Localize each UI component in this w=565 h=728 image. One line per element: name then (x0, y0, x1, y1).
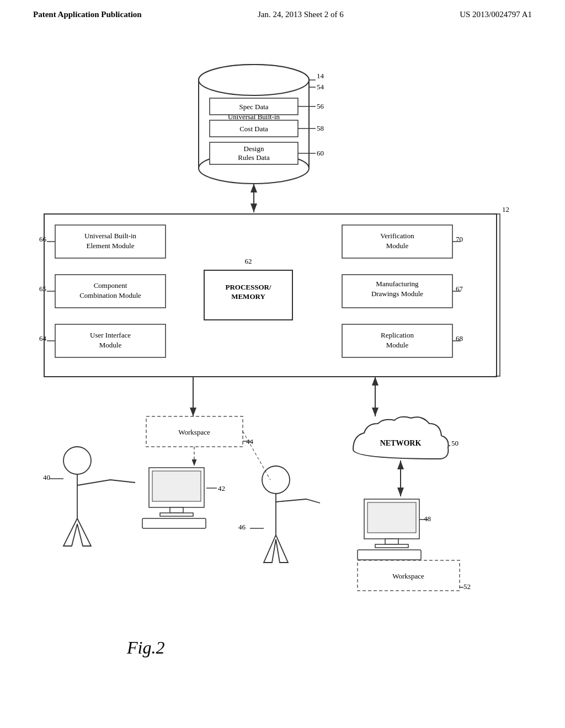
svg-rect-30 (55, 324, 166, 357)
ref-12: 12 (502, 205, 509, 213)
workspace2-label: Workspace (392, 572, 424, 580)
svg-text:MEMORY: MEMORY (231, 292, 265, 301)
svg-rect-59 (364, 499, 419, 539)
ref-58: 58 (317, 124, 324, 132)
ref-48: 48 (424, 515, 431, 523)
ref-67: 67 (456, 285, 463, 293)
svg-rect-65 (358, 560, 460, 591)
svg-point-55 (63, 447, 91, 474)
ccm-label: Component (94, 281, 127, 290)
ref-50: 50 (451, 439, 459, 447)
svg-rect-27 (55, 275, 166, 308)
svg-text:Module: Module (386, 242, 409, 250)
svg-rect-49 (149, 468, 204, 507)
svg-point-9 (199, 65, 309, 95)
ref-44: 44 (246, 437, 254, 446)
svg-rect-33 (342, 225, 452, 258)
svg-text:Module: Module (386, 341, 409, 349)
svg-text:Combination Module: Combination Module (79, 291, 141, 299)
ubem-label: Universal Built-in (84, 232, 137, 240)
processor-label: PROCESSOR/ (225, 283, 271, 291)
svg-rect-17 (210, 142, 298, 164)
diagram-svg: Universal Built-in Element Modules 14 54… (0, 0, 565, 728)
svg-point-4 (199, 65, 309, 95)
ref-66: 66 (39, 235, 47, 243)
ref-60: 60 (317, 149, 324, 157)
svg-rect-61 (385, 539, 398, 544)
spec-data-label: Spec Data (239, 103, 268, 111)
publication-label: Patent Application Publication (33, 10, 142, 19)
ref-70: 70 (456, 235, 463, 243)
svg-point-8 (199, 153, 309, 184)
date-sheet-label: Jan. 24, 2013 Sheet 2 of 6 (258, 10, 344, 19)
svg-rect-50 (152, 471, 201, 501)
svg-text:Module: Module (99, 341, 122, 349)
svg-rect-36 (342, 275, 452, 308)
design-rules-label: Design (244, 144, 264, 153)
ref-64: 64 (39, 334, 47, 342)
svg-rect-62 (375, 544, 408, 548)
svg-text:Rules Data: Rules Data (238, 153, 270, 162)
network-cloud: NETWORK (353, 417, 449, 459)
svg-rect-39 (342, 324, 452, 357)
svg-rect-5 (199, 80, 309, 168)
ref-62: 62 (245, 257, 252, 265)
ref-54: 54 (317, 83, 324, 91)
fig-label: Fig.2 (126, 638, 164, 657)
svg-rect-63 (358, 550, 421, 560)
svg-rect-60 (367, 502, 416, 533)
cylinder-label: Universal Built-in (228, 113, 280, 121)
vm-label: Verification (380, 232, 414, 240)
svg-text:Drawings Module: Drawings Module (371, 290, 423, 298)
uim-label: User Interface (90, 331, 131, 339)
svg-rect-53 (142, 518, 206, 528)
patent-number-label: US 2013/0024797 A1 (460, 10, 532, 19)
ref-40: 40 (43, 473, 50, 481)
svg-rect-51 (170, 507, 183, 513)
svg-rect-52 (160, 513, 193, 516)
svg-rect-22 (204, 270, 292, 320)
ref-68: 68 (456, 334, 463, 342)
svg-rect-15 (210, 120, 298, 137)
svg-rect-21 (44, 214, 497, 377)
ref-46: 46 (238, 523, 246, 531)
svg-text:Element Module: Element Module (86, 242, 134, 250)
svg-rect-24 (55, 225, 166, 258)
svg-point-57 (262, 466, 290, 494)
svg-rect-13 (210, 98, 298, 115)
svg-text:Element Modules: Element Modules (228, 121, 279, 130)
mdm-label: Manufacturing (376, 280, 419, 288)
svg-rect-44 (146, 416, 243, 447)
cost-data-label: Cost Data (239, 125, 268, 133)
ref-56: 56 (317, 102, 324, 110)
workspace1-label: Workspace (178, 428, 210, 436)
svg-line-68 (243, 431, 270, 480)
network-label: NETWORK (380, 439, 422, 447)
ref-14: 14 (317, 72, 324, 80)
rm-label: Replication (381, 331, 414, 339)
ref-42: 42 (218, 484, 225, 493)
ref-52: 52 (463, 582, 471, 591)
ref-65: 65 (39, 285, 46, 293)
